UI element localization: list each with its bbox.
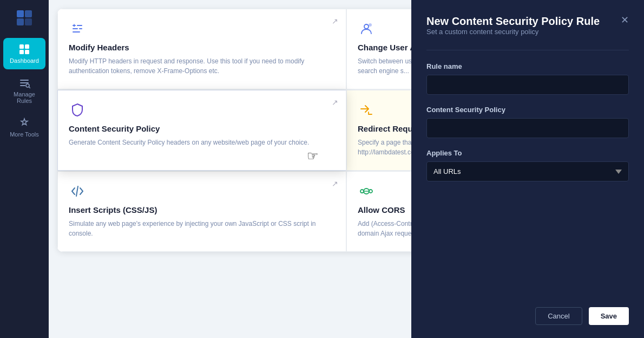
insert-scripts-title: Insert Scripts (CSS/JS) (69, 205, 335, 214)
expand-icon-modify-headers: ↗ (332, 17, 338, 25)
sidebar-item-manage-rules[interactable]: Manage Rules (3, 72, 45, 109)
sidebar-item-more-tools[interactable]: More Tools (3, 112, 45, 143)
tool-card-modify-headers[interactable]: ↗ Modify Headers Modify HTTP headers in … (57, 9, 346, 89)
panel-divider (426, 50, 629, 50)
csp-title: Content Security Policy (69, 124, 335, 133)
dashboard-label: Dashboard (10, 57, 39, 64)
csp-label: Content Security Policy (426, 106, 629, 114)
svg-rect-7 (25, 50, 29, 54)
rule-name-group: Rule name (426, 62, 629, 95)
more-tools-icon (18, 117, 30, 129)
applies-to-label: Applies To (426, 149, 629, 157)
cancel-button[interactable]: Cancel (535, 307, 582, 325)
csp-desc: Generate Content Security Policy headers… (69, 138, 335, 147)
svg-rect-1 (25, 10, 32, 17)
tool-card-content-security-policy[interactable]: ↗ Content Security Policy Generate Conte… (57, 90, 346, 171)
insert-scripts-icon (69, 183, 86, 200)
svg-rect-6 (19, 50, 24, 54)
cursor-icon: ☞ (307, 148, 319, 164)
panel-actions: Cancel Save (426, 307, 629, 325)
svg-point-9 (364, 24, 369, 29)
close-button[interactable]: ✕ (621, 15, 629, 25)
expand-icon-scripts: ↗ (332, 179, 338, 188)
logo (12, 5, 37, 30)
insert-scripts-desc: Simulate any web page's experience by in… (69, 219, 335, 238)
svg-rect-3 (25, 18, 32, 25)
modify-headers-desc: Modify HTTP headers in request and respo… (69, 56, 335, 76)
svg-rect-0 (17, 10, 24, 17)
allow-cors-icon (358, 183, 375, 200)
sidebar-item-dashboard[interactable]: Dashboard (3, 38, 45, 69)
main-content: ↗ Modify Headers Modify HTTP headers in … (49, 0, 644, 338)
rule-name-label: Rule name (426, 62, 629, 70)
rule-name-input[interactable] (426, 75, 629, 95)
csp-group: Content Security Policy (426, 106, 629, 138)
more-tools-label: More Tools (10, 131, 39, 138)
change-user-agent-icon (358, 20, 375, 37)
csp-input[interactable] (426, 118, 629, 138)
expand-icon-csp: ↗ (332, 98, 338, 107)
svg-point-10 (369, 23, 372, 27)
panel-subtitle: Set a custom content security policy (426, 28, 600, 36)
svg-rect-4 (19, 44, 24, 49)
dashboard-icon (18, 43, 30, 55)
panel-title: New Content Security Policy Rule (426, 15, 600, 28)
new-csp-panel: New Content Security Policy Rule Set a c… (411, 0, 644, 338)
redirect-icon (358, 101, 375, 119)
manage-rules-label: Manage Rules (6, 91, 42, 104)
panel-header: New Content Security Policy Rule Set a c… (426, 15, 629, 47)
applies-to-group: Applies To All URLs (426, 149, 629, 181)
modify-headers-title: Modify Headers (69, 43, 335, 52)
tool-card-insert-scripts[interactable]: ↗ Insert Scripts (CSS/JS) Simulate any w… (57, 171, 346, 252)
applies-to-select[interactable]: All URLs (426, 161, 629, 181)
svg-rect-5 (25, 44, 29, 49)
svg-rect-2 (17, 18, 24, 25)
sidebar: Dashboard Manage Rules More Tools (0, 0, 49, 338)
save-button[interactable]: Save (589, 307, 629, 325)
csp-icon (69, 101, 86, 119)
manage-rules-icon (18, 77, 30, 89)
modify-headers-icon (69, 20, 86, 37)
